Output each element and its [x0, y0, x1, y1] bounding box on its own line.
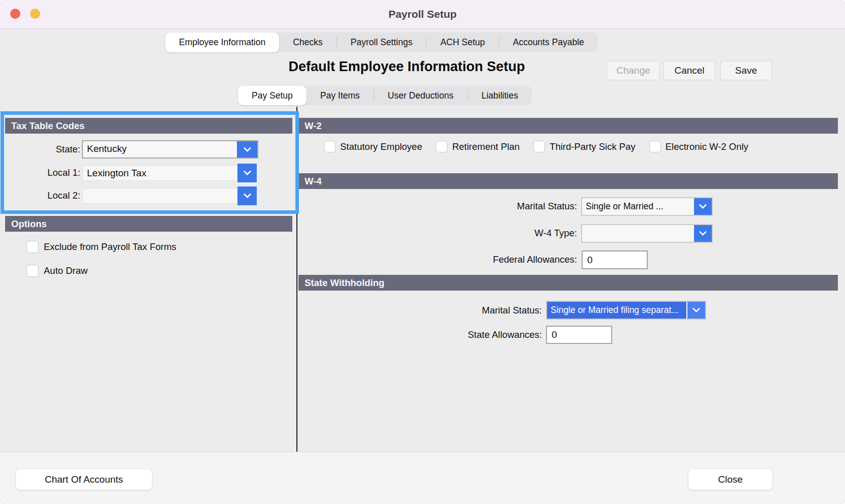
- tab-employee-information[interactable]: Employee Information: [165, 33, 279, 52]
- state-marital-status-combobox[interactable]: Single or Married filing separat...: [546, 301, 706, 320]
- tab-accounts-payable[interactable]: Accounts Payable: [499, 33, 598, 52]
- third-party-sick-pay-checkbox[interactable]: [533, 141, 545, 152]
- federal-allowances-input[interactable]: 0: [582, 250, 648, 269]
- change-button[interactable]: Change: [607, 61, 660, 80]
- panel-divider: [296, 107, 297, 452]
- checkbox-label: Third-Party Sick Pay: [550, 141, 636, 152]
- checkbox-item: Statutory Employee: [324, 141, 422, 152]
- state-label: State:: [0, 144, 80, 155]
- checkbox-item: Retirement Plan: [436, 141, 520, 152]
- chevron-down-icon: [692, 305, 701, 313]
- payroll-setup-window: Payroll Setup Employee Information Check…: [0, 0, 845, 504]
- state-allowances-label: State Allowances:: [339, 329, 542, 340]
- local1-label: Local 1:: [0, 167, 80, 178]
- exclude-payroll-tax-forms-checkbox[interactable]: [26, 241, 39, 253]
- checkbox-item: Electronic W-2 Only: [649, 141, 748, 152]
- w4-type-label: W-4 Type:: [407, 228, 577, 239]
- state-allowances-input[interactable]: 0: [546, 326, 612, 344]
- checkbox-label: Exclude from Payroll Tax Forms: [44, 241, 176, 253]
- tab-user-deductions[interactable]: User Deductions: [374, 86, 467, 105]
- chevron-down-icon: [243, 144, 251, 152]
- options-header: Options: [5, 216, 292, 232]
- footer-bar: Chart Of Accounts Close: [0, 452, 845, 504]
- close-button[interactable]: Close: [688, 468, 773, 490]
- checkbox-item: Third-Party Sick Pay: [533, 141, 636, 152]
- w4-marital-status-label: Marital Status:: [407, 201, 577, 212]
- w2-header: W-2: [298, 118, 838, 134]
- state-dropdown-button[interactable]: [237, 141, 257, 158]
- w4-marital-status-value: Single or Married ...: [582, 198, 694, 215]
- tab-liabilities[interactable]: Liabilities: [468, 86, 532, 105]
- w4-type-dropdown-button[interactable]: [694, 225, 712, 242]
- checkbox-label: Retirement Plan: [452, 141, 520, 152]
- local2-label: Local 2:: [0, 190, 80, 201]
- federal-allowances-label: Federal Allowances:: [374, 254, 577, 265]
- checkbox-label: Statutory Employee: [340, 141, 422, 152]
- state-withholding-header: State Withholding: [298, 275, 838, 291]
- local1-combobox[interactable]: Lexington Tax: [82, 165, 238, 181]
- state-marital-status-value: Single or Married filing separat...: [547, 302, 687, 319]
- checkbox-row: Auto Draw: [26, 265, 87, 277]
- tab-ach-setup[interactable]: ACH Setup: [427, 33, 499, 52]
- checkbox-label: Electronic W-2 Only: [666, 141, 748, 152]
- state-marital-status-label: Marital Status:: [339, 305, 542, 316]
- w4-type-value: [582, 225, 694, 242]
- state-combobox[interactable]: Kentucky: [82, 140, 258, 159]
- main-content: Tax Table Codes State: Kentucky Local 1:…: [0, 107, 845, 452]
- w2-checkbox-row: Statutory Employee Retirement Plan Third…: [324, 141, 748, 152]
- state-combobox-value: Kentucky: [83, 141, 237, 158]
- electronic-w2-only-checkbox[interactable]: [649, 141, 661, 152]
- local2-combobox[interactable]: [82, 188, 238, 204]
- local1-dropdown-button[interactable]: [237, 164, 257, 182]
- title-bar: Payroll Setup: [0, 0, 845, 29]
- main-tab-bar: Employee Information Checks Payroll Sett…: [165, 33, 598, 52]
- chevron-down-icon: [699, 201, 707, 209]
- checkbox-label: Auto Draw: [44, 265, 87, 276]
- tab-pay-items[interactable]: Pay Items: [307, 86, 374, 105]
- retirement-plan-checkbox[interactable]: [436, 141, 447, 152]
- cancel-button[interactable]: Cancel: [663, 61, 715, 80]
- chevron-down-icon: [699, 228, 707, 236]
- chevron-down-icon: [243, 191, 251, 199]
- tax-table-codes-header: Tax Table Codes: [5, 118, 292, 134]
- window-title: Payroll Setup: [0, 0, 845, 29]
- w4-type-combobox[interactable]: [581, 224, 713, 243]
- w4-marital-dropdown-button[interactable]: [694, 198, 712, 215]
- auto-draw-checkbox[interactable]: [26, 265, 39, 277]
- checkbox-row: Exclude from Payroll Tax Forms: [26, 241, 176, 253]
- page-title: Default Employee Information Setup: [203, 59, 610, 75]
- tab-pay-setup[interactable]: Pay Setup: [238, 86, 307, 105]
- tab-checks[interactable]: Checks: [279, 33, 336, 52]
- save-button[interactable]: Save: [720, 61, 772, 80]
- sub-tab-bar: Pay Setup Pay Items User Deductions Liab…: [238, 86, 532, 105]
- w4-header: W-4: [298, 173, 838, 189]
- chart-of-accounts-button[interactable]: Chart Of Accounts: [15, 468, 153, 490]
- w4-marital-status-combobox[interactable]: Single or Married ...: [581, 197, 713, 216]
- local2-dropdown-button[interactable]: [237, 186, 257, 205]
- tab-payroll-settings[interactable]: Payroll Settings: [337, 33, 427, 52]
- state-marital-dropdown-button[interactable]: [687, 302, 705, 319]
- statutory-employee-checkbox[interactable]: [324, 141, 336, 152]
- chevron-down-icon: [243, 168, 251, 176]
